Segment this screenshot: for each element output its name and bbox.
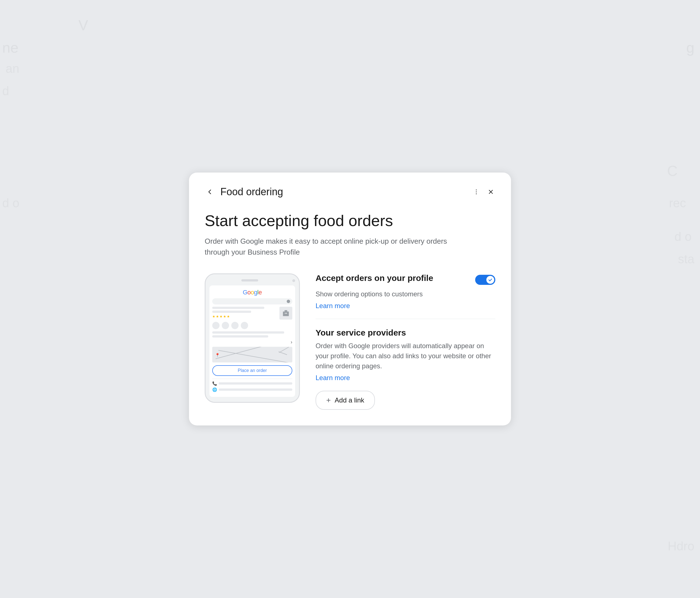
- phone-icon-4: [241, 322, 248, 329]
- phone-bottom-line-2: [219, 388, 292, 391]
- accept-orders-toggle[interactable]: [475, 275, 495, 285]
- content-area: Google: [205, 273, 495, 410]
- header-left: Food ordering: [205, 186, 283, 198]
- g-letter-1: G: [243, 289, 248, 296]
- add-link-label: Add a link: [334, 396, 364, 404]
- phone-mockup: Google: [205, 273, 300, 403]
- phone-bottom-section: 📞 🌐: [212, 379, 292, 392]
- phone-search-icon: [287, 300, 290, 303]
- g-letter-4: g: [254, 289, 257, 296]
- g-letter-6: e: [258, 289, 262, 296]
- phone-search-bar: [212, 298, 292, 305]
- google-logo: Google: [212, 289, 292, 296]
- svg-rect-8: [286, 313, 287, 314]
- phone-camera: [292, 279, 295, 282]
- phone-content-line-2: [212, 311, 251, 313]
- svg-rect-6: [284, 310, 287, 311]
- add-link-plus-icon: +: [326, 396, 331, 404]
- phone-pin-icon: 📍: [215, 353, 220, 357]
- accept-orders-title: Accept orders on your profile: [316, 273, 433, 283]
- g-letter-3: o: [251, 289, 254, 296]
- service-providers-desc: Order with Google providers will automat…: [316, 341, 495, 371]
- right-panel: Accept orders on your profile: [316, 273, 495, 410]
- svg-point-0: [476, 190, 477, 190]
- service-providers-section: Your service providers Order with Google…: [316, 328, 495, 382]
- modal: Food ordering Start: [189, 172, 511, 425]
- svg-point-2: [476, 194, 477, 194]
- service-providers-title: Your service providers: [316, 328, 495, 337]
- svg-rect-5: [283, 311, 289, 316]
- phone-bottom-line-1: [219, 382, 292, 385]
- phone-bottom-row-2: 🌐: [212, 387, 292, 392]
- accept-orders-header: Accept orders on your profile: [316, 273, 495, 286]
- backdrop: V ne an d g d o C rec d o sta Hdro Food …: [0, 0, 700, 598]
- phone-bottom-row-1: 📞: [212, 381, 292, 386]
- phone-map-area: 📍: [212, 347, 292, 362]
- phone-chevron: ›: [291, 339, 292, 345]
- phone-camera-row: [209, 279, 295, 283]
- toggle-track: [475, 275, 495, 285]
- modal-title: Food ordering: [220, 186, 283, 198]
- modal-header: Food ordering: [205, 186, 495, 198]
- hero-heading: Start accepting food orders: [205, 211, 495, 230]
- accept-orders-section: Accept orders on your profile: [316, 273, 495, 310]
- back-button[interactable]: [205, 187, 215, 197]
- service-providers-learn-more[interactable]: Learn more: [316, 374, 350, 382]
- phone-icon-1: [212, 322, 220, 329]
- g-letter-2: o: [248, 289, 251, 296]
- close-button[interactable]: [486, 187, 495, 196]
- phone-stars: ★ ★ ★ ★ ★: [212, 314, 277, 318]
- phone-outer: Google: [205, 273, 300, 403]
- phone-icon-3: [231, 322, 239, 329]
- divider: [316, 319, 495, 319]
- phone-icon-2: [222, 322, 229, 329]
- add-link-button[interactable]: + Add a link: [316, 391, 375, 410]
- more-options-button[interactable]: [472, 187, 481, 196]
- svg-rect-7: [285, 313, 285, 314]
- hero-subtext: Order with Google makes it easy to accep…: [205, 236, 457, 258]
- phone-building-icon: [279, 307, 292, 319]
- phone-line-b: [212, 335, 268, 337]
- phone-line-a: [212, 331, 284, 334]
- toggle-thumb: [486, 276, 494, 284]
- phone-globe-icon: 🌐: [212, 387, 217, 392]
- accept-orders-learn-more[interactable]: Learn more: [316, 302, 350, 310]
- phone-order-button: Place an order: [212, 365, 292, 376]
- svg-point-1: [476, 192, 477, 192]
- accept-orders-desc: Show ordering options to customers: [316, 289, 495, 299]
- phone-phone-icon: 📞: [212, 381, 217, 386]
- phone-icons-row: [212, 322, 292, 329]
- phone-content-line-1: [212, 307, 264, 309]
- header-right: [472, 187, 495, 196]
- phone-screen: Google: [209, 285, 295, 397]
- phone-speaker: [241, 279, 258, 282]
